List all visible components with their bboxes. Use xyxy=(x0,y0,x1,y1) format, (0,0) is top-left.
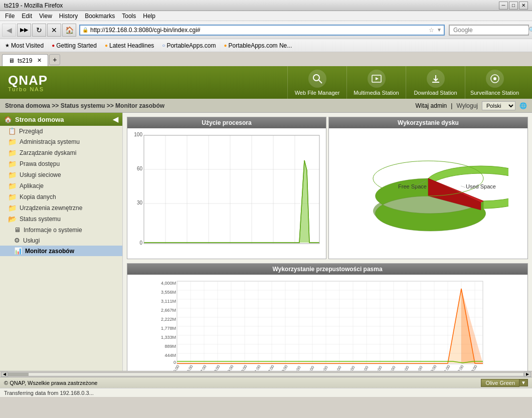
search-input[interactable] xyxy=(453,27,528,34)
address-dropdown-icon[interactable]: ▼ xyxy=(437,27,442,33)
bookmark-latest-headlines[interactable]: ● Latest Headlines xyxy=(102,41,157,50)
sidebar-item-kopia[interactable]: 📁 Kopia danych xyxy=(0,191,122,202)
svg-rect-39 xyxy=(177,281,483,364)
copyright-text: © QNAP, Wszelkie prawa zastrzeżone xyxy=(4,380,97,386)
surveillance-station-icon xyxy=(486,70,504,88)
bookmark-portableapps-ne[interactable]: ● PortableApps.com Ne... xyxy=(221,41,295,50)
svg-text:12:00: 12:00 xyxy=(456,364,465,371)
tab-close-icon[interactable]: ✕ xyxy=(37,57,42,64)
language-select[interactable]: Polski English xyxy=(482,101,515,110)
svg-text:6:00: 6:00 xyxy=(375,365,383,371)
sidebar: 🏠 Strona domowa ◀ 📋 Przegląd 📁 Administr… xyxy=(0,113,123,371)
menu-bookmarks[interactable]: Bookmarks xyxy=(82,12,118,20)
svg-text:15:00: 15:00 xyxy=(171,364,181,371)
nav-web-file-manager[interactable]: Web File Manager xyxy=(287,66,346,99)
menu-file[interactable]: File xyxy=(2,12,18,20)
bandwidth-chart-svg: 4,000M 3,556M 3,111M 2,667M 2,222M 1,778… xyxy=(131,279,523,371)
scroll-right-arrow[interactable]: ▶ xyxy=(524,372,531,377)
reload-button[interactable]: ↻ xyxy=(32,24,46,37)
breadcrumb-path: Strona domowa >> Status systemu >> Monit… xyxy=(5,102,164,109)
theme-dropdown-icon[interactable]: ▼ xyxy=(519,379,528,386)
svg-text:13:00: 13:00 xyxy=(469,364,478,371)
status-right: Olive Green ▼ xyxy=(481,379,528,387)
svg-text:16:00: 16:00 xyxy=(185,364,194,371)
svg-text:19:00: 19:00 xyxy=(226,364,235,371)
breadcrumb-right: Witaj admin | Wyloguj Polski English 🌐 xyxy=(416,101,527,110)
tab-bar: 🖥 ts219 ✕ + xyxy=(0,52,532,66)
svg-marker-3 xyxy=(376,77,379,80)
horizontal-scrollbar[interactable]: ◀ ▶ xyxy=(0,371,532,377)
menu-view[interactable]: View xyxy=(36,12,55,20)
svg-text:2:00: 2:00 xyxy=(321,365,329,371)
urzadzenia-icon: 📁 xyxy=(8,204,17,212)
svg-text:10:00: 10:00 xyxy=(429,364,438,371)
separator: | xyxy=(451,102,452,109)
window-controls[interactable]: ─ □ ✕ xyxy=(499,2,528,10)
bookmark-star-icon[interactable]: ☆ xyxy=(427,26,436,35)
svg-text:0: 0 xyxy=(139,240,142,246)
sidebar-item-dyski[interactable]: 📁 Zarządzanie dyskami xyxy=(0,147,122,158)
home-button[interactable]: 🏠 xyxy=(62,24,76,37)
sidebar-toggle-button[interactable]: ◀ xyxy=(113,115,118,123)
getting-started-icon: ● xyxy=(52,43,55,48)
svg-line-28 xyxy=(461,186,465,187)
scroll-left-arrow[interactable]: ◀ xyxy=(1,372,8,377)
sidebar-item-uslugi[interactable]: 📁 Usługi sieciowe xyxy=(0,169,122,180)
menu-edit[interactable]: Edit xyxy=(19,12,35,20)
browser-tab[interactable]: 🖥 ts219 ✕ xyxy=(2,54,48,66)
logout-link[interactable]: Wyloguj xyxy=(456,102,478,109)
stop-button[interactable]: ✕ xyxy=(47,24,61,37)
search-go-icon[interactable]: 🔍 xyxy=(528,27,532,34)
svg-text:20:00: 20:00 xyxy=(239,364,248,371)
sidebar-item-administracja[interactable]: 📁 Administracja systemu xyxy=(0,136,122,147)
bookmark-most-visited[interactable]: ★ Most Visited xyxy=(2,41,47,50)
svg-text:8:00: 8:00 xyxy=(402,365,410,371)
aplikacje-icon: 📁 xyxy=(8,182,17,190)
cpu-chart-title: Użycie procesora xyxy=(127,117,326,128)
sidebar-item-przeglad[interactable]: 📋 Przegląd xyxy=(0,126,122,136)
tab-favicon: 🖥 xyxy=(9,57,15,64)
address-bar: 🔒 ☆ ▼ xyxy=(79,25,445,36)
svg-text:21:00: 21:00 xyxy=(253,364,262,371)
bandwidth-chart-title: Wykorzystanie przepustowości pasma xyxy=(127,264,527,275)
svg-text:2,667M: 2,667M xyxy=(161,308,176,313)
bookmark-getting-started[interactable]: ● Getting Started xyxy=(49,41,100,50)
svg-text:0:00: 0:00 xyxy=(294,365,302,371)
sidebar-header-left: 🏠 Strona domowa xyxy=(4,116,64,123)
sidebar-item-urzadzenia[interactable]: 📁 Urządzenia zewnętrzne xyxy=(0,202,122,214)
svg-text:9:00: 9:00 xyxy=(416,365,424,371)
welcome-text: Witaj admin xyxy=(416,102,447,109)
portableapps-icon: ○ xyxy=(162,43,165,48)
svg-text:889M: 889M xyxy=(164,344,176,349)
sidebar-item-prawa[interactable]: 📁 Prawa dostępu xyxy=(0,158,122,169)
sidebar-item-info[interactable]: 🖥 Informacje o systemie xyxy=(0,225,122,235)
qnap-sub: Turbo NAS xyxy=(8,86,48,92)
sidebar-item-monitor[interactable]: 📊 Monitor zasobów xyxy=(0,246,122,256)
address-input[interactable] xyxy=(90,27,427,34)
forward-button[interactable]: ▶▶ xyxy=(17,24,31,37)
nav-download-station[interactable]: Download Station xyxy=(406,66,465,99)
sidebar-item-uslugi2[interactable]: ⚙ Usługi xyxy=(0,235,122,246)
theme-button[interactable]: Olive Green xyxy=(481,379,519,387)
svg-text:Used Space: Used Space xyxy=(466,183,496,189)
uslugi-icon: 📁 xyxy=(8,171,17,179)
nav-multimedia-station[interactable]: Multimedia Station xyxy=(346,66,406,99)
prawa-icon: 📁 xyxy=(8,160,17,168)
scroll-thumb[interactable] xyxy=(9,373,29,376)
bookmark-portableapps[interactable]: ○ PortableApps.com xyxy=(159,41,219,50)
new-tab-button[interactable]: + xyxy=(49,54,60,65)
scroll-track[interactable] xyxy=(8,372,524,376)
sidebar-item-status[interactable]: 📂 Status systemu xyxy=(0,214,122,225)
maximize-button[interactable]: □ xyxy=(509,2,518,10)
kopia-icon: 📁 xyxy=(8,193,17,201)
nav-surveillance-station[interactable]: Surveillance Station xyxy=(465,66,524,99)
back-button[interactable]: ◀ xyxy=(2,24,16,37)
menu-help[interactable]: Help xyxy=(140,12,158,20)
sidebar-item-aplikacje[interactable]: 📁 Aplikacje xyxy=(0,180,122,191)
close-button[interactable]: ✕ xyxy=(519,2,528,10)
menu-history[interactable]: History xyxy=(56,12,81,20)
svg-line-1 xyxy=(319,80,322,83)
lang-icon[interactable]: 🌐 xyxy=(519,102,527,109)
minimize-button[interactable]: ─ xyxy=(499,2,508,10)
menu-tools[interactable]: Tools xyxy=(119,12,139,20)
